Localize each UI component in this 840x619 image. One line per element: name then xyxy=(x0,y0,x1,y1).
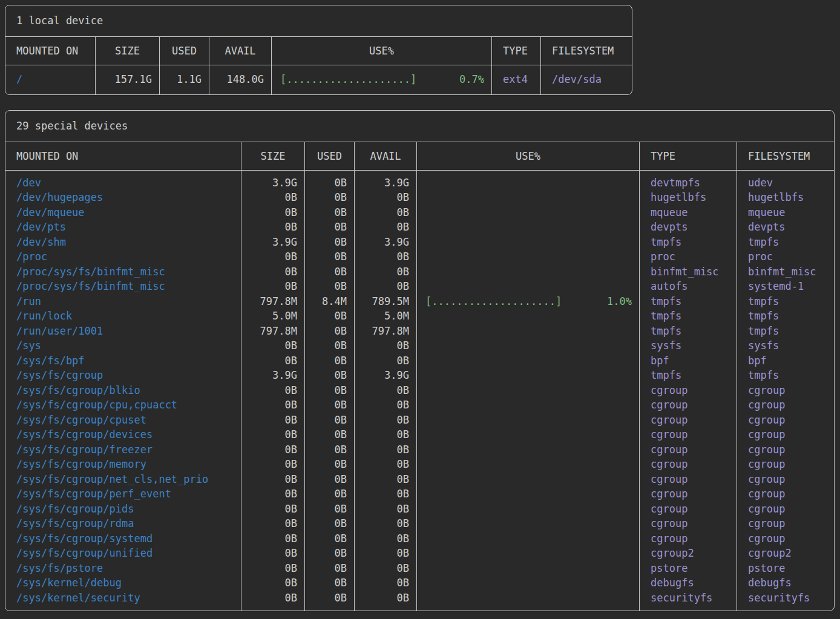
size-cell: 157.1G xyxy=(96,65,160,94)
filesystem-cell: sysfs xyxy=(737,338,834,353)
filesystem-cell: cgroup xyxy=(737,457,834,472)
avail-cell: 0B xyxy=(355,353,417,368)
mount-point-cell: /sys xyxy=(5,338,241,353)
table-row: /sys/fs/cgroup/devices 0B 0B 0B cgroup c… xyxy=(5,427,834,442)
table-row: /run 797.8M 8.4M 789.5M [...............… xyxy=(5,294,834,309)
table-row: /proc 0B 0B 0B proc proc xyxy=(5,249,834,264)
type-cell: debugfs xyxy=(640,575,737,591)
table-row: /sys/fs/cgroup/unified 0B 0B 0B cgroup2 … xyxy=(5,546,834,561)
avail-cell: 0B xyxy=(355,205,417,220)
table-row: /sys/kernel/debug 0B 0B 0B debugfs debug… xyxy=(5,575,834,591)
used-cell: 0B xyxy=(305,516,355,531)
filesystem-cell: tmpfs xyxy=(737,368,834,383)
column-header-filesystem: FILESYSTEM xyxy=(541,37,632,65)
table-row: /sys/fs/cgroup/net_cls,net_prio 0B 0B 0B… xyxy=(5,472,834,487)
table-body: / 157.1G 1.1G 148.0G [..................… xyxy=(5,65,632,94)
mount-point-cell: /dev/pts xyxy=(5,220,241,235)
used-cell: 0B xyxy=(305,338,355,353)
use-percent-cell xyxy=(417,220,640,235)
column-header-size: SIZE xyxy=(241,142,305,170)
avail-cell: 0B xyxy=(355,427,417,442)
avail-cell: 0B xyxy=(355,220,417,235)
table-row: /sys/fs/pstore 0B 0B 0B pstore pstore xyxy=(5,561,834,576)
filesystem-cell: cgroup xyxy=(737,398,834,413)
filesystem-cell: hugetlbfs xyxy=(737,190,834,205)
use-percent-cell xyxy=(417,205,640,220)
use-percent-cell xyxy=(417,413,640,428)
column-header-type: TYPE xyxy=(492,37,541,65)
used-cell: 0B xyxy=(305,383,355,398)
mount-point-cell: /sys/kernel/security xyxy=(5,591,241,611)
used-cell: 0B xyxy=(305,442,355,457)
filesystem-cell: cgroup xyxy=(737,413,834,428)
type-cell: bpf xyxy=(640,353,737,368)
avail-cell: 0B xyxy=(355,591,417,611)
used-cell: 0B xyxy=(305,502,355,517)
column-header-mounted-on: MOUNTED ON xyxy=(5,142,241,170)
use-percent-cell xyxy=(417,531,640,546)
type-cell: cgroup xyxy=(640,486,737,502)
avail-cell: 0B xyxy=(355,190,417,205)
type-cell: tmpfs xyxy=(640,309,737,324)
mount-point-cell: /proc/sys/fs/binfmt_misc xyxy=(5,279,241,294)
mount-point-cell: /sys/fs/cgroup/blkio xyxy=(5,383,241,398)
use-percent-cell xyxy=(417,279,640,294)
filesystem-cell: proc xyxy=(737,249,834,264)
table-row: /sys/fs/bpf 0B 0B 0B bpf bpf xyxy=(5,353,834,368)
avail-cell: 0B xyxy=(355,249,417,264)
use-percent-cell xyxy=(417,190,640,205)
size-cell: 0B xyxy=(241,413,305,428)
use-percent-cell xyxy=(417,309,640,324)
used-cell: 0B xyxy=(305,472,355,487)
table-row: /sys/fs/cgroup/systemd 0B 0B 0B cgroup c… xyxy=(5,531,834,546)
use-percent-cell xyxy=(417,575,640,591)
table-row: /dev/mqueue 0B 0B 0B mqueue mqueue xyxy=(5,205,834,220)
use-percent-cell xyxy=(417,324,640,339)
size-cell: 0B xyxy=(241,486,305,502)
filesystem-cell: cgroup xyxy=(737,502,834,517)
size-cell: 0B xyxy=(241,249,305,264)
used-cell: 8.4M xyxy=(305,294,355,309)
use-percent-cell xyxy=(417,338,640,353)
use-percent-cell xyxy=(417,591,640,611)
table-row: /sys/fs/cgroup/pids 0B 0B 0B cgroup cgro… xyxy=(5,502,834,517)
avail-cell: 0B xyxy=(355,486,417,502)
avail-cell: 0B xyxy=(355,561,417,576)
use-percent-cell: [....................] 1.0% xyxy=(417,294,640,309)
mount-point-cell: /sys/kernel/debug xyxy=(5,575,241,591)
size-cell: 0B xyxy=(241,457,305,472)
filesystem-cell: bpf xyxy=(737,353,834,368)
filesystem-cell: securityfs xyxy=(737,591,834,611)
filesystem-cell: debugfs xyxy=(737,575,834,591)
mount-point-cell: /sys/fs/pstore xyxy=(5,561,241,576)
avail-cell: 797.8M xyxy=(355,324,417,339)
type-cell: tmpfs xyxy=(640,324,737,339)
mount-point-cell: /sys/fs/cgroup xyxy=(5,368,241,383)
table-row: /sys/fs/cgroup/cpu,cpuacct 0B 0B 0B cgro… xyxy=(5,398,834,413)
avail-cell: 0B xyxy=(355,338,417,353)
type-cell: cgroup xyxy=(640,413,737,428)
type-cell: ext4 xyxy=(492,65,541,94)
type-cell: cgroup xyxy=(640,442,737,457)
type-cell: hugetlbfs xyxy=(640,190,737,205)
mount-point-cell: /sys/fs/cgroup/net_cls,net_prio xyxy=(5,472,241,487)
use-percent-cell xyxy=(417,398,640,413)
use-percent-cell xyxy=(417,442,640,457)
used-cell: 0B xyxy=(305,249,355,264)
type-cell: cgroup xyxy=(640,398,737,413)
table-row: /proc/sys/fs/binfmt_misc 0B 0B 0B autofs… xyxy=(5,279,834,294)
size-cell: 0B xyxy=(241,338,305,353)
table-row: /sys/fs/cgroup/cpuset 0B 0B 0B cgroup cg… xyxy=(5,413,834,428)
size-cell: 0B xyxy=(241,561,305,576)
column-header-filesystem: FILESYSTEM xyxy=(737,142,834,170)
used-cell: 0B xyxy=(305,413,355,428)
table-row: /run/user/1001 797.8M 0B 797.8M tmpfs tm… xyxy=(5,324,834,339)
mount-point-cell: /sys/fs/cgroup/rdma xyxy=(5,516,241,531)
type-cell: cgroup xyxy=(640,472,737,487)
avail-cell: 0B xyxy=(355,383,417,398)
table-row: /dev/hugepages 0B 0B 0B hugetlbfs hugetl… xyxy=(5,190,834,205)
type-cell: binfmt_misc xyxy=(640,264,737,280)
mount-point-cell: /dev/hugepages xyxy=(5,190,241,205)
size-cell: 0B xyxy=(241,575,305,591)
filesystem-cell: tmpfs xyxy=(737,309,834,324)
